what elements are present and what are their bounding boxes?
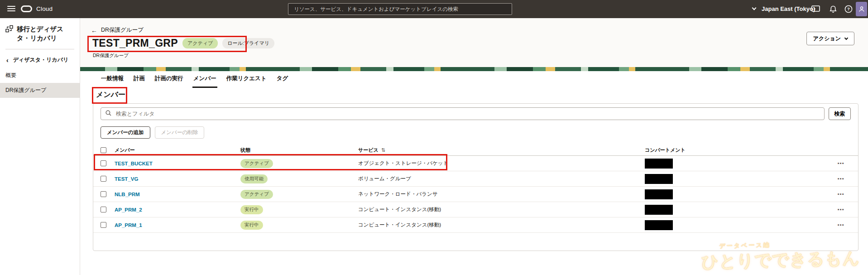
user-avatar[interactable]: [856, 2, 867, 16]
cloud-shell-icon[interactable]: [811, 5, 820, 14]
status-cell: アクティブ: [240, 159, 358, 168]
row-actions-menu[interactable]: ⋯: [837, 159, 844, 168]
filter-search-input[interactable]: [115, 110, 820, 117]
chevron-left-icon: ‹: [6, 58, 9, 63]
decorative-banner: [80, 67, 868, 71]
sidebar-item-1[interactable]: DR保護グループ: [0, 83, 80, 98]
service-label: ネットワーク・ロード・バランサ: [358, 191, 645, 198]
status-badge: アクティブ: [240, 159, 273, 168]
members-table: メンバー状態サービス⇅コンパートメント TEST_BUCKETアクティブオブジェ…: [93, 145, 858, 233]
compartment-cell: [645, 159, 820, 169]
left-sidebar: 移行とディザスタ・リカバリ ‹ ディザスタ・リカバリ 概要DR保護グループ: [0, 18, 80, 275]
help-icon[interactable]: ?: [844, 5, 853, 14]
tab-4[interactable]: 作業リクエスト: [225, 72, 268, 88]
status-badge: 使用可能: [240, 174, 268, 183]
table-row-1: TEST_VG使用可能ボリューム・グループ⋯: [93, 171, 858, 187]
row-actions-menu[interactable]: ⋯: [837, 190, 844, 198]
column-header-0[interactable]: メンバー: [115, 147, 240, 154]
compartment-cell: [645, 189, 820, 199]
member-link[interactable]: TEST_VG: [115, 176, 240, 182]
sidebar-back-link[interactable]: ‹ ディザスタ・リカバリ: [0, 51, 80, 68]
search-icon: [106, 110, 111, 118]
brand-label: Cloud: [36, 5, 53, 12]
oci-console-page: Cloud Japan East (Tokyo) ? 移行とディザスタ・リカバリ…: [0, 0, 868, 275]
compartment-redacted: [645, 220, 673, 230]
row-actions-menu[interactable]: ⋯: [837, 175, 844, 183]
tab-3[interactable]: メンバー: [192, 72, 217, 88]
sidebar-item-0[interactable]: 概要: [0, 68, 80, 83]
table-row-4: AP_PRM_1実行中コンピュート・インスタンス(移動)⋯: [93, 217, 858, 233]
row-actions-menu[interactable]: ⋯: [837, 221, 844, 229]
member-link[interactable]: TEST_BUCKET: [115, 161, 240, 166]
status-cell: 実行中: [240, 205, 358, 214]
sidebar-divider: [5, 49, 74, 49]
member-link[interactable]: NLB_PRM: [115, 192, 240, 197]
add-member-button[interactable]: メンバーの追加: [101, 126, 150, 139]
service-label: オブジェクト・ストレージ・バケット: [358, 160, 645, 167]
select-all-checkbox[interactable]: [101, 147, 106, 153]
sidebar-items: 概要DR保護グループ: [0, 68, 80, 98]
migration-dr-icon: [5, 25, 13, 43]
compartment-redacted: [645, 205, 673, 215]
oracle-logo-icon: [21, 5, 32, 12]
delete-member-button: メンバーの削除: [155, 126, 205, 139]
status-badge: アクティブ: [240, 190, 273, 199]
sidebar-title: 移行とディザスタ・リカバリ: [17, 25, 74, 43]
compartment-cell: [645, 220, 820, 230]
service-label: コンピュート・インスタンス(移動): [358, 222, 645, 228]
tab-5[interactable]: タグ: [276, 72, 289, 88]
service-label: ボリューム・グループ: [358, 175, 645, 182]
table-header-row: メンバー状態サービス⇅コンパートメント: [93, 145, 858, 156]
actions-dropdown-button[interactable]: アクション: [806, 32, 854, 45]
column-header-2[interactable]: サービス⇅: [358, 147, 645, 154]
member-link[interactable]: AP_PRM_1: [115, 222, 240, 228]
column-header-3[interactable]: コンパートメント: [645, 147, 820, 154]
compartment-redacted: [645, 189, 673, 199]
row-checkbox[interactable]: [101, 191, 106, 197]
status-cell: アクティブ: [240, 190, 358, 199]
row-checkbox[interactable]: [101, 207, 106, 212]
status-badge: 実行中: [240, 205, 263, 214]
status-cell: 使用可能: [240, 174, 358, 183]
tab-2[interactable]: 計画の実行: [154, 72, 184, 88]
sort-icon[interactable]: ⇅: [381, 147, 385, 153]
table-row-0: TEST_BUCKETアクティブオブジェクト・ストレージ・バケット⋯: [93, 156, 858, 171]
sidebar-back-label: ディザスタ・リカバリ: [13, 56, 69, 64]
menu-icon[interactable]: [7, 6, 15, 13]
member-link[interactable]: AP_PRM_2: [115, 207, 240, 212]
status-badge: アクティブ: [182, 38, 218, 48]
search-button[interactable]: 検索: [829, 107, 851, 120]
breadcrumb[interactable]: ← DR保護グループ: [91, 26, 144, 34]
row-checkbox[interactable]: [101, 160, 106, 166]
compartment-cell: [645, 205, 820, 215]
column-header-1[interactable]: 状態: [240, 147, 358, 154]
chevron-down-icon: [844, 36, 848, 39]
compartment-redacted: [645, 159, 673, 169]
members-heading: メンバー: [96, 90, 125, 100]
compartment-cell: [645, 174, 820, 184]
table-body: TEST_BUCKETアクティブオブジェクト・ストレージ・バケット⋯TEST_V…: [93, 156, 858, 233]
status-cell: 実行中: [240, 221, 358, 230]
members-card: 検索 メンバーの追加 メンバーの削除 メンバー状態サービス⇅コンパートメント T…: [93, 103, 858, 251]
compartment-redacted: [645, 174, 673, 184]
row-checkbox[interactable]: [101, 176, 106, 182]
global-search-input[interactable]: [293, 6, 507, 12]
region-chevron-down-icon[interactable]: [752, 6, 757, 10]
main-content: ← DR保護グループ TEST_PRM_GRP アクティブ ロール:プライマリ …: [80, 18, 868, 275]
svg-text:?: ?: [847, 6, 850, 11]
service-label: コンピュート・インスタンス(移動): [358, 206, 645, 213]
table-row-3: AP_PRM_2実行中コンピュート・インスタンス(移動)⋯: [93, 202, 858, 217]
region-selector[interactable]: Japan East (Tokyo): [762, 5, 815, 12]
filter-search-box[interactable]: [101, 107, 825, 120]
role-badge: ロール:プライマリ: [222, 38, 274, 48]
notifications-bell-icon[interactable]: [829, 5, 838, 14]
row-actions-menu[interactable]: ⋯: [837, 206, 844, 214]
table-row-2: NLB_PRMアクティブネットワーク・ロード・バランサ⋯: [93, 187, 858, 202]
global-search-box[interactable]: [288, 3, 512, 15]
row-checkbox[interactable]: [101, 222, 106, 228]
page-title: TEST_PRM_GRP: [92, 37, 178, 49]
tab-bar: 一般情報計画計画の実行メンバー作業リクエストタグ: [100, 72, 289, 88]
tab-0[interactable]: 一般情報: [100, 72, 125, 88]
tab-1[interactable]: 計画: [133, 72, 146, 88]
breadcrumb-label: DR保護グループ: [101, 26, 144, 34]
